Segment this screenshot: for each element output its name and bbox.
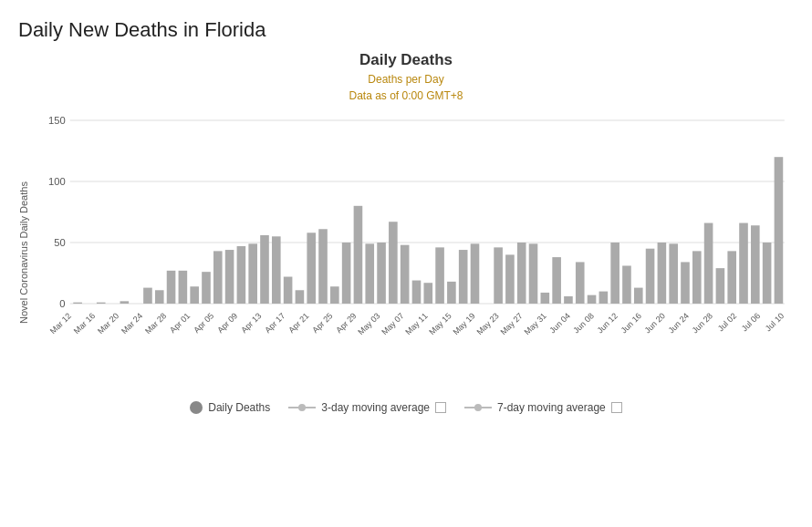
svg-rect-39 xyxy=(471,243,480,304)
svg-text:Apr 29: Apr 29 xyxy=(334,311,358,335)
svg-text:Jul 02: Jul 02 xyxy=(716,311,738,333)
svg-rect-37 xyxy=(447,282,456,304)
svg-text:Mar 16: Mar 16 xyxy=(72,311,97,336)
svg-rect-61 xyxy=(739,223,748,304)
chart-subtitle-line1: Deaths per Day xyxy=(368,73,443,86)
svg-rect-19 xyxy=(237,246,246,304)
svg-text:Jun 04: Jun 04 xyxy=(547,311,572,335)
svg-text:May 23: May 23 xyxy=(474,311,500,336)
svg-rect-22 xyxy=(272,236,281,304)
svg-text:150: 150 xyxy=(48,115,66,126)
svg-rect-40 xyxy=(494,247,503,304)
svg-rect-53 xyxy=(646,249,655,304)
svg-text:Jun 16: Jun 16 xyxy=(619,311,643,335)
svg-rect-20 xyxy=(248,243,257,304)
svg-rect-35 xyxy=(423,283,432,304)
svg-rect-42 xyxy=(517,243,526,304)
svg-rect-63 xyxy=(763,243,772,304)
svg-text:Apr 09: Apr 09 xyxy=(215,311,239,335)
svg-rect-14 xyxy=(179,271,188,304)
svg-rect-47 xyxy=(576,262,585,304)
svg-rect-16 xyxy=(202,272,211,304)
chart-subtitle: Deaths per Day Data as of 0:00 GMT+8 xyxy=(18,71,794,104)
svg-rect-45 xyxy=(552,257,561,304)
svg-text:50: 50 xyxy=(54,237,65,248)
svg-text:May 27: May 27 xyxy=(499,311,525,336)
svg-text:0: 0 xyxy=(59,298,65,309)
svg-rect-38 xyxy=(459,250,468,304)
legend-7day-checkbox[interactable] xyxy=(611,402,622,413)
svg-rect-56 xyxy=(681,262,690,304)
svg-text:Apr 13: Apr 13 xyxy=(239,311,263,335)
legend-daily-deaths: Daily Deaths xyxy=(190,401,270,414)
legend: Daily Deaths 3-day moving average 7-day … xyxy=(18,401,794,414)
svg-text:Apr 21: Apr 21 xyxy=(286,311,310,335)
svg-text:Jun 08: Jun 08 xyxy=(571,311,596,335)
y-axis-label: Novel Coronavirus Daily Deaths xyxy=(18,111,29,394)
svg-rect-12 xyxy=(155,290,164,304)
svg-text:100: 100 xyxy=(48,176,66,187)
svg-text:Apr 25: Apr 25 xyxy=(310,311,334,335)
svg-text:Mar 24: Mar 24 xyxy=(120,311,144,336)
svg-rect-54 xyxy=(658,243,667,304)
svg-rect-51 xyxy=(622,265,631,304)
svg-rect-24 xyxy=(296,290,305,304)
svg-rect-8 xyxy=(73,303,82,304)
svg-rect-55 xyxy=(669,243,678,304)
legend-7day: 7-day moving average xyxy=(464,401,622,414)
svg-text:Mar 28: Mar 28 xyxy=(143,311,168,336)
svg-rect-44 xyxy=(541,293,550,304)
svg-rect-41 xyxy=(505,254,515,304)
svg-rect-46 xyxy=(564,296,573,304)
svg-text:May 19: May 19 xyxy=(451,311,476,336)
svg-text:Mar 20: Mar 20 xyxy=(96,311,120,336)
svg-rect-33 xyxy=(401,245,410,304)
legend-3day-checkbox[interactable] xyxy=(435,402,446,413)
svg-text:Apr 17: Apr 17 xyxy=(263,311,286,335)
svg-rect-25 xyxy=(307,232,316,304)
svg-rect-32 xyxy=(389,222,398,304)
svg-rect-62 xyxy=(751,225,760,304)
svg-rect-52 xyxy=(634,288,643,304)
svg-text:Jun 28: Jun 28 xyxy=(691,311,715,335)
legend-line-7day-icon xyxy=(464,407,492,408)
svg-rect-34 xyxy=(412,281,422,304)
svg-rect-36 xyxy=(435,247,444,304)
chart-title: Daily Deaths xyxy=(18,51,794,69)
svg-rect-60 xyxy=(727,251,736,304)
svg-rect-48 xyxy=(588,295,597,304)
chart-area: Novel Coronavirus Daily Deaths 150 100 5… xyxy=(18,111,794,394)
legend-daily-deaths-label: Daily Deaths xyxy=(208,401,270,414)
svg-rect-28 xyxy=(342,243,351,304)
svg-rect-30 xyxy=(365,243,374,304)
chart-container: Daily Deaths Deaths per Day Data as of 0… xyxy=(18,51,794,414)
svg-rect-21 xyxy=(260,235,269,304)
svg-rect-18 xyxy=(225,250,234,304)
svg-rect-43 xyxy=(529,243,538,304)
svg-text:May 31: May 31 xyxy=(523,311,548,336)
svg-text:May 15: May 15 xyxy=(427,311,453,336)
svg-text:Apr 01: Apr 01 xyxy=(168,311,192,335)
svg-rect-9 xyxy=(97,303,106,304)
svg-rect-26 xyxy=(318,229,328,304)
svg-rect-13 xyxy=(167,271,176,304)
chart-inner: 150 100 50 0 Mar 12Mar 16Mar 20Mar 24Mar… xyxy=(33,111,794,394)
svg-text:May 03: May 03 xyxy=(356,311,381,336)
legend-3day: 3-day moving average xyxy=(288,401,446,414)
svg-rect-15 xyxy=(190,286,199,304)
svg-text:Jul 10: Jul 10 xyxy=(764,311,786,333)
svg-text:May 11: May 11 xyxy=(403,311,429,336)
svg-rect-49 xyxy=(599,292,609,304)
svg-rect-64 xyxy=(775,157,784,304)
svg-rect-50 xyxy=(610,243,619,304)
svg-rect-59 xyxy=(716,268,725,304)
legend-line-3day-icon xyxy=(288,407,316,408)
svg-rect-27 xyxy=(330,286,339,304)
svg-text:Mar 12: Mar 12 xyxy=(48,311,73,336)
svg-text:Jun 20: Jun 20 xyxy=(643,311,668,335)
bar-chart: 150 100 50 0 Mar 12Mar 16Mar 20Mar 24Mar… xyxy=(33,111,794,394)
svg-text:Jun 12: Jun 12 xyxy=(595,311,619,335)
svg-text:Apr 05: Apr 05 xyxy=(192,311,215,335)
svg-rect-29 xyxy=(354,206,363,304)
legend-dot-icon xyxy=(190,401,203,414)
